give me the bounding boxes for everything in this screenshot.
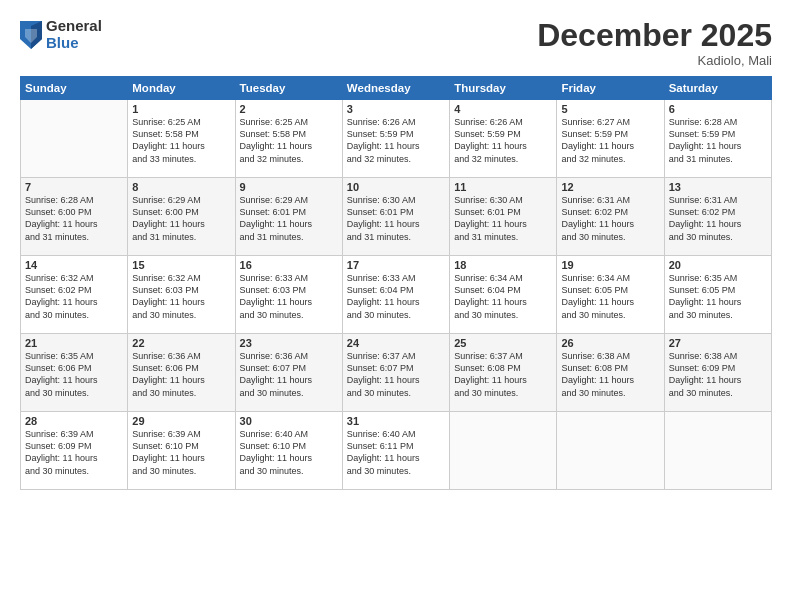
cell-info: Sunrise: 6:25 AMSunset: 5:58 PMDaylight:…	[132, 116, 230, 165]
col-thursday: Thursday	[450, 77, 557, 100]
calendar-cell: 20Sunrise: 6:35 AMSunset: 6:05 PMDayligh…	[664, 256, 771, 334]
calendar-cell: 1Sunrise: 6:25 AMSunset: 5:58 PMDaylight…	[128, 100, 235, 178]
col-friday: Friday	[557, 77, 664, 100]
calendar-cell	[664, 412, 771, 490]
day-number: 29	[132, 415, 230, 427]
logo-blue: Blue	[46, 35, 102, 52]
cell-info: Sunrise: 6:31 AMSunset: 6:02 PMDaylight:…	[561, 194, 659, 243]
day-number: 20	[669, 259, 767, 271]
day-number: 13	[669, 181, 767, 193]
day-number: 15	[132, 259, 230, 271]
calendar-cell: 14Sunrise: 6:32 AMSunset: 6:02 PMDayligh…	[21, 256, 128, 334]
calendar-week-5: 28Sunrise: 6:39 AMSunset: 6:09 PMDayligh…	[21, 412, 772, 490]
cell-info: Sunrise: 6:25 AMSunset: 5:58 PMDaylight:…	[240, 116, 338, 165]
month-title: December 2025	[537, 18, 772, 53]
calendar-cell: 23Sunrise: 6:36 AMSunset: 6:07 PMDayligh…	[235, 334, 342, 412]
calendar-cell: 26Sunrise: 6:38 AMSunset: 6:08 PMDayligh…	[557, 334, 664, 412]
calendar-cell: 10Sunrise: 6:30 AMSunset: 6:01 PMDayligh…	[342, 178, 449, 256]
cell-info: Sunrise: 6:39 AMSunset: 6:09 PMDaylight:…	[25, 428, 123, 477]
calendar-table: Sunday Monday Tuesday Wednesday Thursday…	[20, 76, 772, 490]
header: General Blue December 2025 Kadiolo, Mali	[20, 18, 772, 68]
cell-info: Sunrise: 6:36 AMSunset: 6:06 PMDaylight:…	[132, 350, 230, 399]
cell-info: Sunrise: 6:30 AMSunset: 6:01 PMDaylight:…	[454, 194, 552, 243]
col-saturday: Saturday	[664, 77, 771, 100]
cell-info: Sunrise: 6:37 AMSunset: 6:08 PMDaylight:…	[454, 350, 552, 399]
col-wednesday: Wednesday	[342, 77, 449, 100]
day-number: 25	[454, 337, 552, 349]
day-number: 1	[132, 103, 230, 115]
day-number: 11	[454, 181, 552, 193]
day-number: 16	[240, 259, 338, 271]
day-number: 10	[347, 181, 445, 193]
cell-info: Sunrise: 6:37 AMSunset: 6:07 PMDaylight:…	[347, 350, 445, 399]
calendar-cell: 13Sunrise: 6:31 AMSunset: 6:02 PMDayligh…	[664, 178, 771, 256]
cell-info: Sunrise: 6:32 AMSunset: 6:03 PMDaylight:…	[132, 272, 230, 321]
day-number: 18	[454, 259, 552, 271]
day-number: 24	[347, 337, 445, 349]
calendar-cell: 21Sunrise: 6:35 AMSunset: 6:06 PMDayligh…	[21, 334, 128, 412]
day-number: 8	[132, 181, 230, 193]
calendar-week-1: 1Sunrise: 6:25 AMSunset: 5:58 PMDaylight…	[21, 100, 772, 178]
day-number: 26	[561, 337, 659, 349]
title-block: December 2025 Kadiolo, Mali	[537, 18, 772, 68]
col-monday: Monday	[128, 77, 235, 100]
calendar-cell: 24Sunrise: 6:37 AMSunset: 6:07 PMDayligh…	[342, 334, 449, 412]
calendar-cell: 27Sunrise: 6:38 AMSunset: 6:09 PMDayligh…	[664, 334, 771, 412]
calendar-cell: 5Sunrise: 6:27 AMSunset: 5:59 PMDaylight…	[557, 100, 664, 178]
cell-info: Sunrise: 6:29 AMSunset: 6:00 PMDaylight:…	[132, 194, 230, 243]
cell-info: Sunrise: 6:26 AMSunset: 5:59 PMDaylight:…	[347, 116, 445, 165]
calendar-cell	[450, 412, 557, 490]
cell-info: Sunrise: 6:38 AMSunset: 6:09 PMDaylight:…	[669, 350, 767, 399]
calendar-cell: 15Sunrise: 6:32 AMSunset: 6:03 PMDayligh…	[128, 256, 235, 334]
day-number: 9	[240, 181, 338, 193]
cell-info: Sunrise: 6:35 AMSunset: 6:05 PMDaylight:…	[669, 272, 767, 321]
calendar-cell	[21, 100, 128, 178]
logo-general: General	[46, 18, 102, 35]
cell-info: Sunrise: 6:40 AMSunset: 6:11 PMDaylight:…	[347, 428, 445, 477]
page: General Blue December 2025 Kadiolo, Mali…	[0, 0, 792, 612]
cell-info: Sunrise: 6:28 AMSunset: 6:00 PMDaylight:…	[25, 194, 123, 243]
calendar-cell: 22Sunrise: 6:36 AMSunset: 6:06 PMDayligh…	[128, 334, 235, 412]
day-number: 31	[347, 415, 445, 427]
cell-info: Sunrise: 6:33 AMSunset: 6:04 PMDaylight:…	[347, 272, 445, 321]
day-number: 21	[25, 337, 123, 349]
header-row: Sunday Monday Tuesday Wednesday Thursday…	[21, 77, 772, 100]
day-number: 7	[25, 181, 123, 193]
calendar-cell: 25Sunrise: 6:37 AMSunset: 6:08 PMDayligh…	[450, 334, 557, 412]
calendar-cell	[557, 412, 664, 490]
cell-info: Sunrise: 6:39 AMSunset: 6:10 PMDaylight:…	[132, 428, 230, 477]
cell-info: Sunrise: 6:34 AMSunset: 6:04 PMDaylight:…	[454, 272, 552, 321]
calendar-cell: 4Sunrise: 6:26 AMSunset: 5:59 PMDaylight…	[450, 100, 557, 178]
calendar-cell: 2Sunrise: 6:25 AMSunset: 5:58 PMDaylight…	[235, 100, 342, 178]
day-number: 30	[240, 415, 338, 427]
day-number: 5	[561, 103, 659, 115]
cell-info: Sunrise: 6:35 AMSunset: 6:06 PMDaylight:…	[25, 350, 123, 399]
day-number: 17	[347, 259, 445, 271]
calendar-week-2: 7Sunrise: 6:28 AMSunset: 6:00 PMDaylight…	[21, 178, 772, 256]
col-tuesday: Tuesday	[235, 77, 342, 100]
cell-info: Sunrise: 6:27 AMSunset: 5:59 PMDaylight:…	[561, 116, 659, 165]
cell-info: Sunrise: 6:32 AMSunset: 6:02 PMDaylight:…	[25, 272, 123, 321]
calendar-cell: 16Sunrise: 6:33 AMSunset: 6:03 PMDayligh…	[235, 256, 342, 334]
calendar-cell: 6Sunrise: 6:28 AMSunset: 5:59 PMDaylight…	[664, 100, 771, 178]
calendar-body: 1Sunrise: 6:25 AMSunset: 5:58 PMDaylight…	[21, 100, 772, 490]
day-number: 23	[240, 337, 338, 349]
day-number: 4	[454, 103, 552, 115]
day-number: 19	[561, 259, 659, 271]
col-sunday: Sunday	[21, 77, 128, 100]
logo: General Blue	[20, 18, 102, 51]
cell-info: Sunrise: 6:29 AMSunset: 6:01 PMDaylight:…	[240, 194, 338, 243]
day-number: 3	[347, 103, 445, 115]
day-number: 28	[25, 415, 123, 427]
calendar-cell: 7Sunrise: 6:28 AMSunset: 6:00 PMDaylight…	[21, 178, 128, 256]
calendar-cell: 12Sunrise: 6:31 AMSunset: 6:02 PMDayligh…	[557, 178, 664, 256]
calendar-week-4: 21Sunrise: 6:35 AMSunset: 6:06 PMDayligh…	[21, 334, 772, 412]
day-number: 12	[561, 181, 659, 193]
calendar-cell: 19Sunrise: 6:34 AMSunset: 6:05 PMDayligh…	[557, 256, 664, 334]
calendar-cell: 31Sunrise: 6:40 AMSunset: 6:11 PMDayligh…	[342, 412, 449, 490]
calendar-cell: 30Sunrise: 6:40 AMSunset: 6:10 PMDayligh…	[235, 412, 342, 490]
day-number: 27	[669, 337, 767, 349]
cell-info: Sunrise: 6:33 AMSunset: 6:03 PMDaylight:…	[240, 272, 338, 321]
cell-info: Sunrise: 6:28 AMSunset: 5:59 PMDaylight:…	[669, 116, 767, 165]
calendar-cell: 3Sunrise: 6:26 AMSunset: 5:59 PMDaylight…	[342, 100, 449, 178]
